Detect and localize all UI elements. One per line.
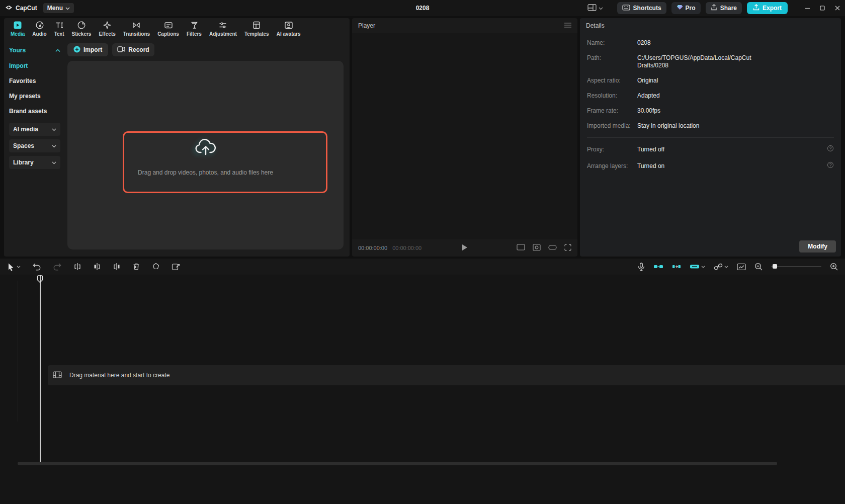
layout-switcher[interactable]	[587, 4, 603, 13]
tab-captions[interactable]: Captions	[154, 19, 183, 38]
empty-track-placeholder[interactable]: Drag material here and start to create	[48, 365, 845, 385]
detail-value: C:/Users/TOPGUS/AppData/Local/CapCut Dra…	[637, 54, 778, 69]
sidebar-item-favorites[interactable]: Favorites	[9, 73, 60, 89]
window-controls	[800, 0, 845, 16]
redo-icon[interactable]	[53, 263, 62, 271]
tab-text[interactable]: Text	[51, 19, 68, 38]
tab-filters[interactable]: Filters	[183, 19, 205, 38]
export-icon	[753, 4, 759, 12]
film-icon	[53, 371, 62, 380]
sidebar-group-library[interactable]: Library	[9, 156, 60, 169]
shortcuts-label: Shortcuts	[633, 5, 661, 12]
media-dropzone[interactable]: Drag and drop videos, photos, and audio …	[67, 61, 344, 249]
details-divider	[587, 137, 834, 138]
help-icon[interactable]	[827, 161, 834, 170]
playhead-handle[interactable]	[37, 275, 43, 285]
detail-row-aspect-ratio: Aspect ratio: Original	[587, 77, 834, 85]
tab-transitions[interactable]: Transitions	[120, 19, 153, 38]
zoom-slider-knob[interactable]	[773, 264, 777, 269]
playhead-line[interactable]	[40, 275, 41, 462]
undo-icon[interactable]	[32, 263, 41, 271]
media-content: Import Record	[64, 39, 350, 257]
tab-audio[interactable]: Audio	[29, 19, 50, 38]
detail-row-resolution: Resolution: Adapted	[587, 92, 834, 100]
maximize-button[interactable]	[815, 0, 830, 16]
detail-label: Aspect ratio:	[587, 77, 637, 85]
sidebar-section-yours[interactable]: Yours	[9, 44, 60, 56]
record-label: Record	[128, 46, 149, 53]
chevron-up-icon	[55, 47, 60, 54]
fit-view-icon[interactable]	[533, 244, 541, 253]
detail-label: Arrange layers:	[587, 162, 637, 170]
tab-templates[interactable]: Templates	[241, 19, 273, 38]
record-button[interactable]: Record	[112, 43, 154, 56]
detail-value: Turned off	[637, 146, 664, 153]
chevron-down-icon	[52, 126, 56, 133]
pill-view-icon[interactable]	[548, 244, 557, 252]
modify-button[interactable]: Modify	[799, 240, 836, 253]
timeline-zoom-slider[interactable]	[771, 266, 821, 267]
split-keep-left-icon[interactable]	[93, 263, 101, 271]
auto-remove-gaps-icon[interactable]	[672, 263, 681, 270]
timeline-area[interactable]: Drag material here and start to create	[0, 275, 845, 504]
ratio-icon[interactable]	[517, 244, 525, 252]
delete-icon[interactable]	[132, 263, 140, 271]
detail-label: Name:	[587, 39, 637, 47]
player-menu-icon[interactable]	[564, 22, 571, 29]
linking-icon[interactable]	[714, 263, 728, 271]
timecode-current: 00:00:00:00	[358, 245, 387, 251]
sidebar-group-label: AI media	[13, 126, 38, 133]
tab-label: Audio	[32, 31, 46, 37]
play-button[interactable]	[462, 244, 468, 253]
detail-row-arrange-layers: Arrange layers: Turned on	[587, 161, 834, 170]
import-button[interactable]: Import	[67, 43, 108, 56]
tab-adjustment[interactable]: Adjustment	[206, 19, 240, 38]
tab-ai-avatars[interactable]: AI avatars	[273, 19, 304, 38]
shortcuts-button[interactable]: Shortcuts	[617, 2, 666, 14]
split-keep-right-icon[interactable]	[113, 263, 121, 271]
main-area: Media Audio Text Stickers Effects	[4, 18, 841, 257]
mask-icon[interactable]	[152, 263, 160, 271]
record-voiceover-icon[interactable]	[638, 263, 645, 271]
close-button[interactable]	[830, 0, 845, 16]
fullscreen-icon[interactable]	[564, 244, 571, 253]
details-title: Details	[586, 22, 605, 29]
sidebar-item-my-presets[interactable]: My presets	[9, 89, 60, 104]
layout-icon	[587, 4, 597, 13]
track-mode-icon[interactable]	[690, 263, 705, 270]
export-button[interactable]: Export	[747, 2, 788, 14]
detail-value: Turned on	[637, 162, 664, 170]
help-icon[interactable]	[827, 145, 834, 153]
app-name: CapCut	[16, 5, 37, 12]
tab-label: Filters	[187, 31, 202, 37]
share-button[interactable]: Share	[706, 2, 742, 14]
split-icon[interactable]	[73, 263, 81, 271]
zoom-in-icon[interactable]	[830, 263, 838, 271]
share-label: Share	[720, 5, 737, 12]
select-tool[interactable]	[7, 263, 21, 271]
player-title: Player	[358, 22, 375, 29]
tab-stickers[interactable]: Stickers	[68, 19, 95, 38]
sidebar-group-label: Spaces	[13, 142, 34, 149]
crop-icon[interactable]	[172, 263, 180, 271]
detail-row-name: Name: 0208	[587, 39, 834, 47]
minimize-button[interactable]	[800, 0, 815, 16]
pro-badge[interactable]: Pro	[671, 2, 701, 14]
tab-effects[interactable]: Effects	[95, 19, 119, 38]
tab-media[interactable]: Media	[7, 19, 28, 38]
sidebar-group-ai-media[interactable]: AI media	[9, 123, 60, 136]
main-track-magnet-icon[interactable]	[653, 263, 663, 270]
sidebar-item-import[interactable]: Import	[9, 58, 60, 73]
render-preview-icon[interactable]	[737, 263, 746, 271]
capcut-app: CapCut Menu 0208 Shortcuts	[0, 0, 845, 504]
empty-track-text: Drag material here and start to create	[69, 372, 170, 379]
sidebar-item-brand-assets[interactable]: Brand assets	[9, 104, 60, 119]
share-icon	[711, 4, 717, 12]
tab-label: AI avatars	[277, 31, 301, 37]
menu-button[interactable]: Menu	[43, 3, 74, 13]
timeline-scrollbar[interactable]	[18, 462, 777, 465]
pro-label: Pro	[686, 5, 696, 12]
sidebar-group-spaces[interactable]: Spaces	[9, 139, 60, 152]
zoom-out-icon[interactable]	[754, 263, 763, 271]
player-viewport[interactable]	[352, 33, 577, 239]
